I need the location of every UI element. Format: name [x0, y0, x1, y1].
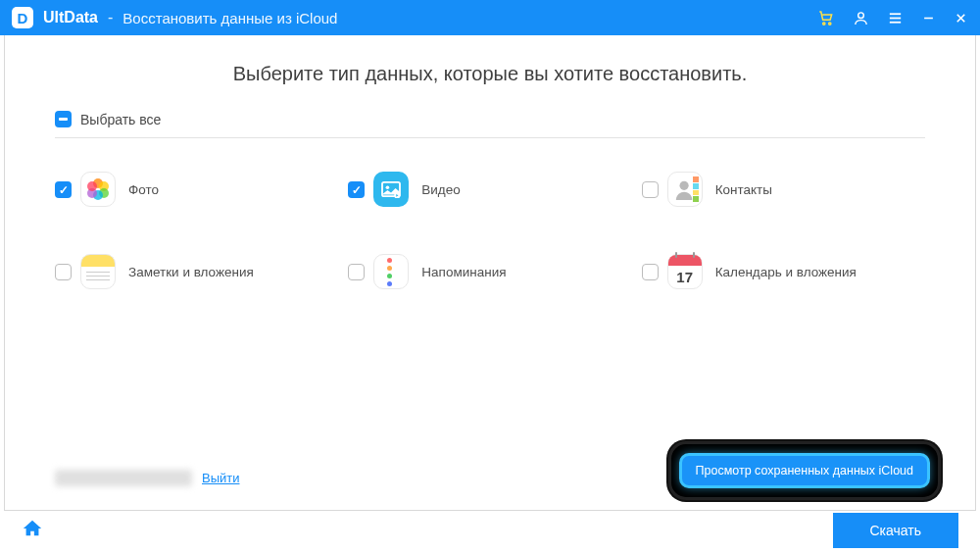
label-notes: Заметки и вложения — [128, 265, 254, 279]
view-saved-highlight: Просмотр сохраненных данных iCloud — [668, 441, 941, 500]
menu-icon[interactable] — [887, 10, 904, 26]
type-item-calendar[interactable]: 17 Календарь и вложения — [642, 254, 925, 289]
checkbox-notes[interactable] — [55, 264, 72, 280]
user-icon[interactable] — [853, 10, 869, 26]
svg-point-0 — [823, 23, 825, 25]
select-all-checkbox[interactable] — [55, 111, 72, 127]
contacts-icon — [667, 172, 703, 207]
type-item-videos[interactable]: Видео — [348, 172, 631, 207]
minimize-icon[interactable] — [921, 11, 936, 25]
calendar-icon: 17 — [667, 254, 703, 289]
svg-point-10 — [386, 185, 390, 189]
checkbox-contacts[interactable] — [642, 181, 659, 198]
type-item-photos[interactable]: Фото — [55, 172, 338, 207]
account-email-blurred — [55, 470, 192, 486]
download-button[interactable]: Скачать — [833, 513, 959, 548]
label-videos: Видео — [421, 182, 460, 197]
checkbox-videos[interactable] — [348, 181, 365, 198]
type-item-contacts[interactable]: Контакты — [642, 172, 925, 207]
logout-link[interactable]: Выйти — [202, 471, 240, 485]
notes-icon — [80, 254, 116, 289]
close-icon[interactable] — [954, 11, 968, 25]
view-saved-data-button[interactable]: Просмотр сохраненных данных iCloud — [679, 453, 930, 488]
cart-icon[interactable] — [817, 9, 835, 26]
reminders-icon — [373, 254, 409, 289]
breadcrumb: Восстановить данные из iCloud — [122, 10, 337, 26]
select-all-label: Выбрать все — [80, 112, 161, 127]
title-separator: - — [108, 9, 113, 26]
app-name: UltData — [43, 9, 98, 26]
svg-point-1 — [829, 23, 831, 25]
label-reminders: Напоминания — [421, 265, 506, 279]
checkbox-reminders[interactable] — [348, 264, 365, 280]
videos-icon — [373, 172, 409, 207]
svg-point-2 — [858, 12, 864, 18]
checkbox-calendar[interactable] — [642, 264, 659, 280]
home-icon[interactable] — [22, 518, 43, 543]
type-item-notes[interactable]: Заметки и вложения — [55, 254, 338, 289]
photos-icon — [80, 172, 116, 207]
label-photos: Фото — [128, 182, 159, 197]
page-title: Выберите тип данных, которые вы хотите в… — [55, 63, 925, 85]
label-calendar: Календарь и вложения — [715, 265, 857, 279]
label-contacts: Контакты — [715, 182, 772, 197]
checkbox-photos[interactable] — [55, 181, 72, 198]
type-item-reminders[interactable]: Напоминания — [348, 254, 631, 289]
svg-point-12 — [679, 181, 688, 190]
app-logo-icon: D — [12, 7, 33, 28]
